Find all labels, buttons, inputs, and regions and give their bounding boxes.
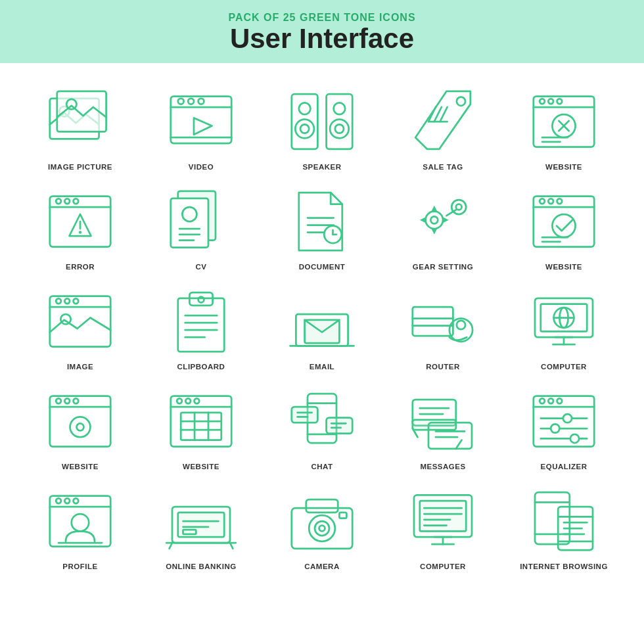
icon-image-picture — [44, 85, 116, 158]
icon-label-image-picture: Image Picture — [48, 163, 112, 171]
svg-point-13 — [295, 120, 314, 139]
icon-video — [165, 85, 237, 158]
svg-point-71 — [74, 299, 79, 304]
icon-label-computer: Computer — [541, 363, 587, 371]
icon-cell-website-x: Website — [503, 76, 624, 176]
icon-cell-computer: Computer — [503, 276, 624, 376]
icon-computer — [528, 285, 600, 357]
svg-point-134 — [540, 399, 545, 404]
svg-point-26 — [540, 99, 545, 104]
icon-sale-tag — [407, 85, 479, 158]
svg-point-7 — [188, 99, 194, 104]
icon-label-video: Video — [189, 163, 214, 171]
svg-point-136 — [557, 399, 563, 404]
svg-point-160 — [309, 515, 335, 541]
icon-computer2 — [407, 485, 479, 557]
svg-point-54 — [426, 212, 443, 229]
svg-point-101 — [74, 399, 79, 404]
icon-cell-error: Error — [20, 176, 141, 276]
svg-point-142 — [570, 434, 579, 443]
icon-cell-speaker: Speaker — [262, 76, 382, 176]
svg-rect-120 — [327, 418, 353, 434]
icon-website-gear — [44, 385, 116, 457]
svg-point-69 — [56, 299, 61, 304]
icon-label-website-calendar: Website — [183, 463, 219, 471]
svg-point-140 — [551, 425, 559, 433]
icon-document — [286, 185, 358, 258]
svg-point-38 — [74, 199, 79, 204]
svg-rect-83 — [413, 307, 453, 336]
icon-camera — [286, 485, 358, 557]
icon-messages — [407, 385, 479, 457]
header-subtitle: PACK OF 25 GREEN TONE ICONS — [7, 12, 637, 24]
svg-rect-126 — [413, 420, 456, 430]
svg-marker-9 — [194, 118, 212, 135]
icon-cell-gear-setting: Gear Setting — [382, 176, 503, 276]
svg-point-19 — [457, 97, 465, 106]
svg-point-75 — [198, 297, 204, 303]
icon-cell-chat: Chat — [262, 376, 382, 476]
svg-line-131 — [456, 440, 462, 449]
icon-cell-clipboard: Clipboard — [141, 276, 262, 376]
icon-cell-computer2: Computer — [382, 476, 503, 576]
svg-point-62 — [548, 199, 553, 204]
svg-rect-173 — [535, 492, 570, 544]
icon-gear-setting — [407, 185, 479, 258]
svg-point-58 — [456, 204, 462, 210]
icon-speaker — [286, 85, 358, 158]
icon-label-website-check: Website — [545, 263, 582, 271]
svg-rect-158 — [292, 508, 352, 549]
icon-error — [44, 185, 116, 258]
icon-cell-online-banking: Online Banking — [141, 476, 262, 576]
svg-point-103 — [77, 423, 84, 430]
svg-point-14 — [300, 125, 309, 133]
svg-point-162 — [319, 526, 325, 532]
icon-cell-equalizer: Equalizer — [503, 376, 624, 476]
icon-cell-image: Image — [20, 276, 141, 376]
icon-online-banking — [165, 485, 237, 557]
icon-label-clipboard: Clipboard — [177, 363, 225, 371]
icon-label-image: Image — [67, 363, 93, 371]
svg-point-16 — [334, 103, 346, 115]
svg-point-37 — [64, 199, 70, 204]
icon-label-document: Document — [299, 263, 345, 271]
icon-cell-cv: CV — [141, 176, 262, 276]
icon-label-error: Error — [66, 263, 95, 271]
icon-label-chat: Chat — [311, 463, 333, 471]
icon-equalizer — [528, 385, 600, 457]
svg-point-107 — [185, 399, 191, 404]
svg-point-63 — [557, 199, 563, 204]
icon-label-messages: Messages — [420, 463, 465, 471]
icon-cell-website-gear: Website — [20, 376, 141, 476]
svg-rect-109 — [181, 413, 221, 440]
svg-point-108 — [195, 399, 200, 404]
icon-cell-document: Document — [262, 176, 382, 276]
svg-point-99 — [56, 399, 61, 404]
svg-point-12 — [299, 103, 311, 115]
svg-point-57 — [451, 200, 466, 214]
icon-clipboard — [165, 285, 237, 357]
icon-label-gear-setting: Gear Setting — [413, 263, 473, 271]
svg-point-28 — [557, 99, 563, 104]
svg-point-55 — [430, 216, 438, 223]
svg-point-72 — [60, 314, 70, 324]
icon-email — [286, 285, 358, 357]
icon-label-profile: Profile — [62, 563, 97, 570]
icon-cell-router: Router — [382, 276, 503, 376]
icon-cell-email: Email — [262, 276, 382, 376]
icon-cell-profile: Profile — [20, 476, 141, 576]
icon-website-x — [528, 85, 600, 158]
icon-label-website-gear: Website — [62, 463, 99, 471]
icon-profile — [44, 485, 116, 557]
icon-website-calendar — [165, 385, 237, 457]
svg-point-61 — [540, 199, 545, 204]
icon-internet-browsing — [528, 485, 600, 557]
svg-point-106 — [177, 399, 182, 404]
svg-point-161 — [315, 521, 329, 536]
svg-point-147 — [74, 499, 79, 504]
icon-label-router: Router — [426, 363, 460, 371]
icon-label-sale-tag: Sale Tag — [423, 163, 463, 171]
icon-router — [407, 285, 479, 357]
icon-image — [44, 285, 116, 357]
svg-rect-163 — [339, 513, 346, 518]
